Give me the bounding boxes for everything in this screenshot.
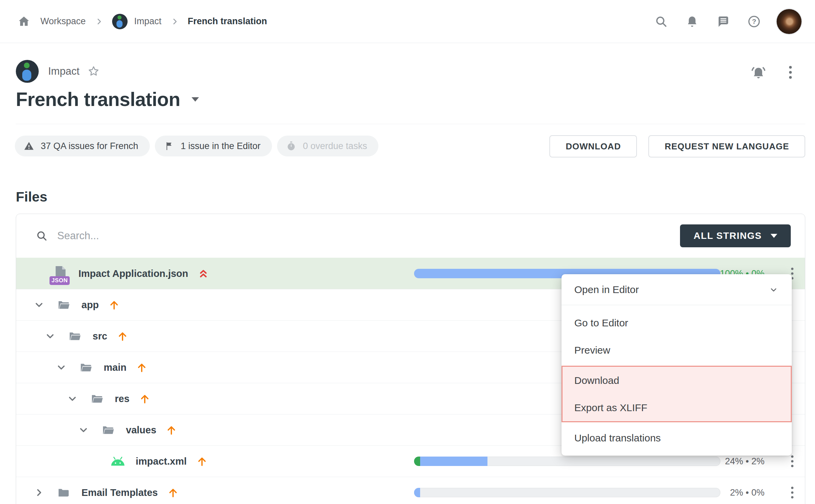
menu-item-label: Upload translations [574,432,661,444]
row-menu-button[interactable] [789,454,795,469]
folder-open-icon [89,392,105,405]
menu-item-open-in-editor[interactable]: Open in Editor [562,274,792,305]
progress-stats: 24% • 2% [725,456,765,467]
menu-item-go-to-editor[interactable]: Go to Editor [562,309,792,336]
page: Workspace Impact French translation [0,0,815,504]
breadcrumb-current-page: French translation [188,16,267,27]
project-logo [16,60,39,83]
file-name: impact.xml [136,456,187,467]
chevron-right-icon[interactable] [33,487,45,499]
page-actions: DOWNLOAD REQUEST NEW LANGUAGE [549,135,805,157]
folder-open-icon [77,361,94,374]
title-dropdown-caret-icon[interactable] [192,97,199,102]
chevron-down-icon[interactable] [55,361,67,373]
svg-text:?: ? [752,17,756,25]
project-logo [112,14,128,29]
download-button[interactable]: DOWNLOAD [549,135,637,157]
overdue-tasks-chip[interactable]: 0 overdue tasks [277,136,379,156]
row-menu-button[interactable] [789,485,795,501]
watch-bell-icon[interactable] [750,65,767,81]
search-icon[interactable] [653,14,669,29]
qa-issues-label: 37 QA issues for French [41,141,138,151]
qa-issues-chip[interactable]: 37 QA issues for French [15,136,150,156]
android-file-icon [109,456,126,467]
folder-row-email-templates[interactable]: Email Templates 2% • 0% [16,477,805,504]
folder-name: res [115,393,130,404]
upload-arrow-icon [136,361,147,373]
help-icon[interactable]: ? [746,14,762,29]
project-name: Impact [48,65,79,77]
home-icon[interactable] [16,14,32,29]
search-icon [36,230,48,242]
upload-arrow-icon [139,393,150,405]
folder-open-icon [66,329,83,343]
section-divider [16,124,805,124]
status-chips: 37 QA issues for French 1 issue in the E… [15,136,378,156]
project-header: Impact [16,60,100,83]
menu-item-label: Export as XLIFF [574,402,647,413]
menu-item-label: Preview [574,345,610,356]
topbar-actions: ? [638,9,802,34]
strings-filter-button[interactable]: ALL STRINGS [680,224,791,247]
upload-arrow-icon [117,330,128,342]
upload-arrow-icon [108,299,120,311]
folder-name: src [93,331,107,342]
star-favorite-icon[interactable] [88,65,100,77]
project-menu-button[interactable] [789,66,792,79]
messages-icon[interactable] [715,14,731,29]
chevron-down-icon[interactable] [33,299,45,311]
flag-icon [164,141,174,151]
folder-name: values [126,425,156,436]
priority-high-icon [198,267,209,280]
menu-item-preview[interactable]: Preview [562,336,792,364]
breadcrumb-project[interactable]: Impact [112,14,162,29]
menu-highlighted-group: Download Export as XLIFF [562,366,792,422]
menu-item-export-as-xliff[interactable]: Export as XLIFF [563,394,791,421]
menu-item-download[interactable]: Download [563,367,791,394]
menu-item-label: Open in Editor [574,284,639,295]
upload-arrow-icon [196,455,208,467]
menu-item-upload-translations[interactable]: Upload translations [562,424,792,452]
user-avatar[interactable] [777,9,802,34]
page-title: French translation [16,88,180,110]
progress-bar [414,488,720,497]
upload-arrow-icon [167,487,179,499]
folder-open-icon [55,298,72,312]
chevron-down-icon [768,284,779,295]
breadcrumb-workspace[interactable]: Workspace [40,16,86,27]
chevron-down-icon[interactable] [77,424,90,436]
overdue-tasks-label: 0 overdue tasks [303,141,367,151]
chevron-right-icon [170,17,179,26]
breadcrumb-project-label: Impact [134,16,162,27]
warning-icon [24,141,34,151]
chevron-down-icon[interactable] [44,330,56,342]
json-file-icon: JSON [52,265,69,282]
chevron-down-icon[interactable] [66,393,78,405]
notifications-bell-icon[interactable] [684,14,700,29]
folder-name: main [104,362,127,373]
breadcrumb: Workspace Impact French translation [16,14,267,29]
menu-item-label: Download [574,375,619,386]
upload-arrow-icon [166,424,177,436]
progress-stats: 2% • 0% [730,488,765,498]
request-new-language-button[interactable]: REQUEST NEW LANGUAGE [648,135,805,157]
folder-name: Email Templates [81,487,158,498]
file-context-menu: Open in Editor Go to Editor Preview Down… [562,274,792,456]
file-name: Impact Application.json [78,268,188,279]
stopwatch-icon [286,141,297,151]
top-nav-bar: Workspace Impact French translation [0,0,815,43]
json-badge: JSON [49,276,70,285]
folder-open-icon [100,423,116,437]
chevron-down-icon [771,234,777,238]
menu-item-label: Go to Editor [574,317,628,329]
files-heading: Files [16,189,47,205]
editor-issues-chip[interactable]: 1 issue in the Editor [155,136,272,156]
breadcrumb-current-label: French translation [188,16,267,27]
breadcrumb-workspace-label: Workspace [40,16,86,27]
folder-icon [55,486,72,499]
progress-bar [414,457,720,466]
files-toolbar: ALL STRINGS [16,214,805,258]
chevron-right-icon [95,17,103,26]
editor-issues-label: 1 issue in the Editor [181,141,261,151]
search-input[interactable] [57,230,671,242]
